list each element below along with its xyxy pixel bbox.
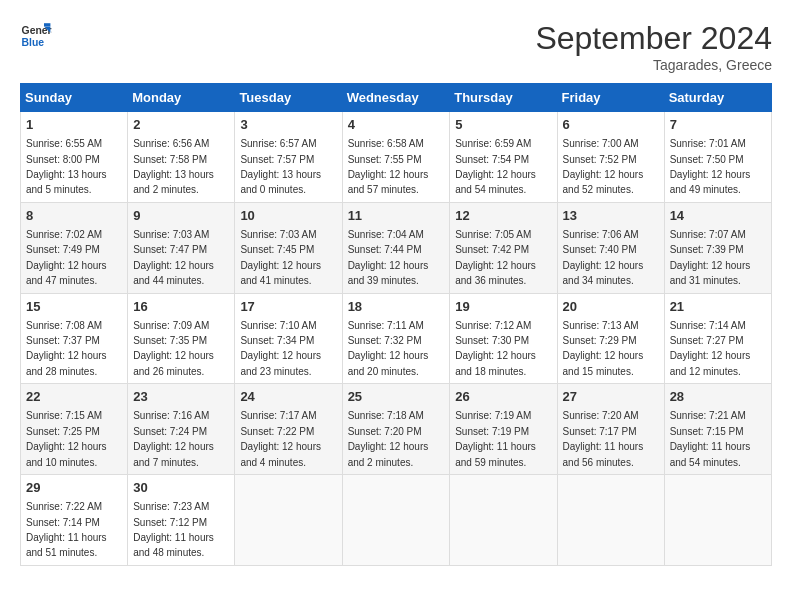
sunset-info: Sunset: 7:19 PM bbox=[455, 426, 529, 437]
day-number: 15 bbox=[26, 298, 122, 316]
calendar-cell: 9Sunrise: 7:03 AMSunset: 7:47 PMDaylight… bbox=[128, 202, 235, 293]
day-number: 21 bbox=[670, 298, 766, 316]
calendar-cell: 25Sunrise: 7:18 AMSunset: 7:20 PMDayligh… bbox=[342, 384, 450, 475]
calendar-cell: 12Sunrise: 7:05 AMSunset: 7:42 PMDayligh… bbox=[450, 202, 557, 293]
sunrise-info: Sunrise: 7:23 AM bbox=[133, 501, 209, 512]
sunset-info: Sunset: 7:29 PM bbox=[563, 335, 637, 346]
day-number: 23 bbox=[133, 388, 229, 406]
sunset-info: Sunset: 7:58 PM bbox=[133, 154, 207, 165]
day-number: 19 bbox=[455, 298, 551, 316]
calendar-week-row: 8Sunrise: 7:02 AMSunset: 7:49 PMDaylight… bbox=[21, 202, 772, 293]
header: General Blue September 2024 Tagarades, G… bbox=[20, 20, 772, 73]
calendar-cell: 7Sunrise: 7:01 AMSunset: 7:50 PMDaylight… bbox=[664, 112, 771, 203]
daylight-info: Daylight: 12 hours and 15 minutes. bbox=[563, 350, 644, 376]
day-number: 10 bbox=[240, 207, 336, 225]
sunrise-info: Sunrise: 7:20 AM bbox=[563, 410, 639, 421]
sunset-info: Sunset: 7:54 PM bbox=[455, 154, 529, 165]
calendar-table: SundayMondayTuesdayWednesdayThursdayFrid… bbox=[20, 83, 772, 566]
sunrise-info: Sunrise: 7:03 AM bbox=[133, 229, 209, 240]
calendar-week-row: 15Sunrise: 7:08 AMSunset: 7:37 PMDayligh… bbox=[21, 293, 772, 384]
logo-icon: General Blue bbox=[20, 20, 52, 52]
calendar-cell bbox=[664, 475, 771, 566]
sunrise-info: Sunrise: 7:22 AM bbox=[26, 501, 102, 512]
daylight-info: Daylight: 12 hours and 20 minutes. bbox=[348, 350, 429, 376]
calendar-cell: 24Sunrise: 7:17 AMSunset: 7:22 PMDayligh… bbox=[235, 384, 342, 475]
sunrise-info: Sunrise: 7:02 AM bbox=[26, 229, 102, 240]
calendar-cell: 19Sunrise: 7:12 AMSunset: 7:30 PMDayligh… bbox=[450, 293, 557, 384]
daylight-info: Daylight: 12 hours and 41 minutes. bbox=[240, 260, 321, 286]
calendar-cell: 8Sunrise: 7:02 AMSunset: 7:49 PMDaylight… bbox=[21, 202, 128, 293]
sunset-info: Sunset: 7:22 PM bbox=[240, 426, 314, 437]
sunrise-info: Sunrise: 7:18 AM bbox=[348, 410, 424, 421]
day-number: 27 bbox=[563, 388, 659, 406]
sunset-info: Sunset: 7:35 PM bbox=[133, 335, 207, 346]
sunset-info: Sunset: 7:20 PM bbox=[348, 426, 422, 437]
calendar-cell: 26Sunrise: 7:19 AMSunset: 7:19 PMDayligh… bbox=[450, 384, 557, 475]
day-number: 5 bbox=[455, 116, 551, 134]
sunrise-info: Sunrise: 7:14 AM bbox=[670, 320, 746, 331]
day-number: 29 bbox=[26, 479, 122, 497]
daylight-info: Daylight: 12 hours and 26 minutes. bbox=[133, 350, 214, 376]
calendar-cell: 17Sunrise: 7:10 AMSunset: 7:34 PMDayligh… bbox=[235, 293, 342, 384]
day-number: 3 bbox=[240, 116, 336, 134]
daylight-info: Daylight: 12 hours and 44 minutes. bbox=[133, 260, 214, 286]
sunset-info: Sunset: 7:37 PM bbox=[26, 335, 100, 346]
calendar-cell: 27Sunrise: 7:20 AMSunset: 7:17 PMDayligh… bbox=[557, 384, 664, 475]
day-number: 30 bbox=[133, 479, 229, 497]
day-header-wednesday: Wednesday bbox=[342, 84, 450, 112]
sunrise-info: Sunrise: 7:01 AM bbox=[670, 138, 746, 149]
sunrise-info: Sunrise: 7:16 AM bbox=[133, 410, 209, 421]
calendar-cell: 21Sunrise: 7:14 AMSunset: 7:27 PMDayligh… bbox=[664, 293, 771, 384]
calendar-cell: 14Sunrise: 7:07 AMSunset: 7:39 PMDayligh… bbox=[664, 202, 771, 293]
calendar-cell: 16Sunrise: 7:09 AMSunset: 7:35 PMDayligh… bbox=[128, 293, 235, 384]
calendar-cell: 10Sunrise: 7:03 AMSunset: 7:45 PMDayligh… bbox=[235, 202, 342, 293]
sunset-info: Sunset: 7:14 PM bbox=[26, 517, 100, 528]
daylight-info: Daylight: 12 hours and 39 minutes. bbox=[348, 260, 429, 286]
daylight-info: Daylight: 11 hours and 56 minutes. bbox=[563, 441, 644, 467]
sunrise-info: Sunrise: 6:59 AM bbox=[455, 138, 531, 149]
day-header-saturday: Saturday bbox=[664, 84, 771, 112]
sunrise-info: Sunrise: 7:13 AM bbox=[563, 320, 639, 331]
calendar-week-row: 29Sunrise: 7:22 AMSunset: 7:14 PMDayligh… bbox=[21, 475, 772, 566]
sunset-info: Sunset: 7:39 PM bbox=[670, 244, 744, 255]
day-number: 2 bbox=[133, 116, 229, 134]
sunrise-info: Sunrise: 6:56 AM bbox=[133, 138, 209, 149]
day-number: 14 bbox=[670, 207, 766, 225]
daylight-info: Daylight: 12 hours and 47 minutes. bbox=[26, 260, 107, 286]
sunrise-info: Sunrise: 6:55 AM bbox=[26, 138, 102, 149]
sunset-info: Sunset: 7:45 PM bbox=[240, 244, 314, 255]
calendar-header-row: SundayMondayTuesdayWednesdayThursdayFrid… bbox=[21, 84, 772, 112]
day-number: 17 bbox=[240, 298, 336, 316]
calendar-cell: 29Sunrise: 7:22 AMSunset: 7:14 PMDayligh… bbox=[21, 475, 128, 566]
sunrise-info: Sunrise: 6:57 AM bbox=[240, 138, 316, 149]
daylight-info: Daylight: 11 hours and 59 minutes. bbox=[455, 441, 536, 467]
sunrise-info: Sunrise: 7:11 AM bbox=[348, 320, 424, 331]
sunset-info: Sunset: 8:00 PM bbox=[26, 154, 100, 165]
daylight-info: Daylight: 13 hours and 5 minutes. bbox=[26, 169, 107, 195]
day-number: 12 bbox=[455, 207, 551, 225]
daylight-info: Daylight: 13 hours and 2 minutes. bbox=[133, 169, 214, 195]
day-header-monday: Monday bbox=[128, 84, 235, 112]
sunset-info: Sunset: 7:44 PM bbox=[348, 244, 422, 255]
daylight-info: Daylight: 12 hours and 23 minutes. bbox=[240, 350, 321, 376]
day-number: 26 bbox=[455, 388, 551, 406]
sunrise-info: Sunrise: 7:03 AM bbox=[240, 229, 316, 240]
calendar-cell: 30Sunrise: 7:23 AMSunset: 7:12 PMDayligh… bbox=[128, 475, 235, 566]
day-number: 7 bbox=[670, 116, 766, 134]
day-number: 28 bbox=[670, 388, 766, 406]
daylight-info: Daylight: 11 hours and 48 minutes. bbox=[133, 532, 214, 558]
day-number: 11 bbox=[348, 207, 445, 225]
svg-marker-3 bbox=[44, 23, 50, 26]
calendar-cell bbox=[342, 475, 450, 566]
sunrise-info: Sunrise: 7:05 AM bbox=[455, 229, 531, 240]
day-number: 9 bbox=[133, 207, 229, 225]
daylight-info: Daylight: 12 hours and 18 minutes. bbox=[455, 350, 536, 376]
sunrise-info: Sunrise: 7:00 AM bbox=[563, 138, 639, 149]
day-number: 4 bbox=[348, 116, 445, 134]
calendar-cell: 23Sunrise: 7:16 AMSunset: 7:24 PMDayligh… bbox=[128, 384, 235, 475]
sunset-info: Sunset: 7:15 PM bbox=[670, 426, 744, 437]
day-header-thursday: Thursday bbox=[450, 84, 557, 112]
calendar-cell: 5Sunrise: 6:59 AMSunset: 7:54 PMDaylight… bbox=[450, 112, 557, 203]
sunset-info: Sunset: 7:49 PM bbox=[26, 244, 100, 255]
sunset-info: Sunset: 7:12 PM bbox=[133, 517, 207, 528]
